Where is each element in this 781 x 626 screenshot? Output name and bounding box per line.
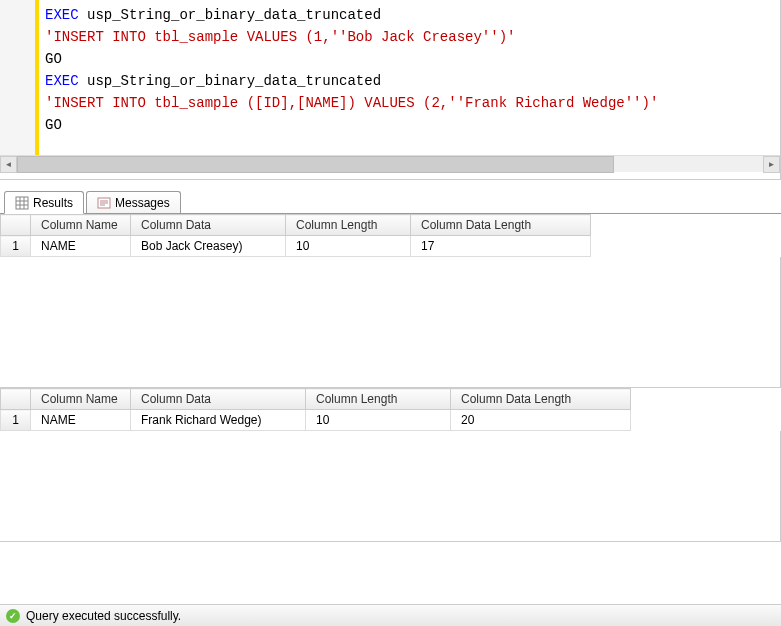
cell-datalength[interactable]: 17 [411,236,591,257]
tab-results[interactable]: Results [4,191,84,214]
results-panel: Column Name Column Data Column Length Co… [0,214,781,542]
string-literal: 'INSERT INTO tbl_sample ([ID],[NAME]) VA… [45,95,658,111]
sql-editor-pane: EXEC usp_String_or_binary_data_truncated… [0,0,781,180]
col-header-data[interactable]: Column Data [131,389,306,410]
cell-length[interactable]: 10 [306,410,451,431]
horizontal-scrollbar[interactable]: ◄ ► [0,155,780,172]
keyword-go: GO [45,51,62,67]
corner-cell[interactable] [1,389,31,410]
col-header-datalength[interactable]: Column Data Length [451,389,631,410]
results-tabs: Results Messages [0,186,781,214]
cell-name[interactable]: NAME [31,236,131,257]
results-table-1[interactable]: Column Name Column Data Column Length Co… [0,214,591,257]
table-header-row: Column Name Column Data Column Length Co… [1,389,631,410]
proc-name: usp_String_or_binary_data_truncated [79,73,381,89]
col-header-length[interactable]: Column Length [286,215,411,236]
results-table-2[interactable]: Column Name Column Data Column Length Co… [0,388,631,431]
cell-datalength[interactable]: 20 [451,410,631,431]
status-message: Query executed successfully. [26,609,181,623]
col-header-datalength[interactable]: Column Data Length [411,215,591,236]
scroll-right-arrow[interactable]: ► [763,156,780,173]
grid-empty-space [0,431,781,541]
cell-length[interactable]: 10 [286,236,411,257]
tab-messages[interactable]: Messages [86,191,181,213]
scroll-thumb[interactable] [17,156,614,173]
col-header-length[interactable]: Column Length [306,389,451,410]
keyword-exec: EXEC [45,7,79,23]
scroll-track[interactable] [17,156,763,173]
table-header-row: Column Name Column Data Column Length Co… [1,215,591,236]
cell-data[interactable]: Bob Jack Creasey) [131,236,286,257]
table-row[interactable]: 1 NAME Frank Richard Wedge) 10 20 [1,410,631,431]
col-header-name[interactable]: Column Name [31,215,131,236]
result-grid-2: Column Name Column Data Column Length Co… [0,388,781,542]
tab-messages-label: Messages [115,196,170,210]
corner-cell[interactable] [1,215,31,236]
grid-empty-space [0,257,781,387]
col-header-data[interactable]: Column Data [131,215,286,236]
keyword-exec: EXEC [45,73,79,89]
results-grid-icon [15,196,29,210]
table-row[interactable]: 1 NAME Bob Jack Creasey) 10 17 [1,236,591,257]
messages-icon [97,196,111,210]
keyword-go: GO [45,117,62,133]
row-number[interactable]: 1 [1,236,31,257]
result-grid-1: Column Name Column Data Column Length Co… [0,214,781,388]
sql-code-area[interactable]: EXEC usp_String_or_binary_data_truncated… [39,0,780,155]
string-literal: 'INSERT INTO tbl_sample VALUES (1,''Bob … [45,29,515,45]
editor-gutter [0,0,35,155]
col-header-name[interactable]: Column Name [31,389,131,410]
tab-results-label: Results [33,196,73,210]
status-bar: ✓ Query executed successfully. [0,604,781,626]
cell-data[interactable]: Frank Richard Wedge) [131,410,306,431]
proc-name: usp_String_or_binary_data_truncated [79,7,381,23]
svg-rect-0 [16,197,28,209]
scroll-left-arrow[interactable]: ◄ [0,156,17,173]
success-check-icon: ✓ [6,609,20,623]
cell-name[interactable]: NAME [31,410,131,431]
row-number[interactable]: 1 [1,410,31,431]
